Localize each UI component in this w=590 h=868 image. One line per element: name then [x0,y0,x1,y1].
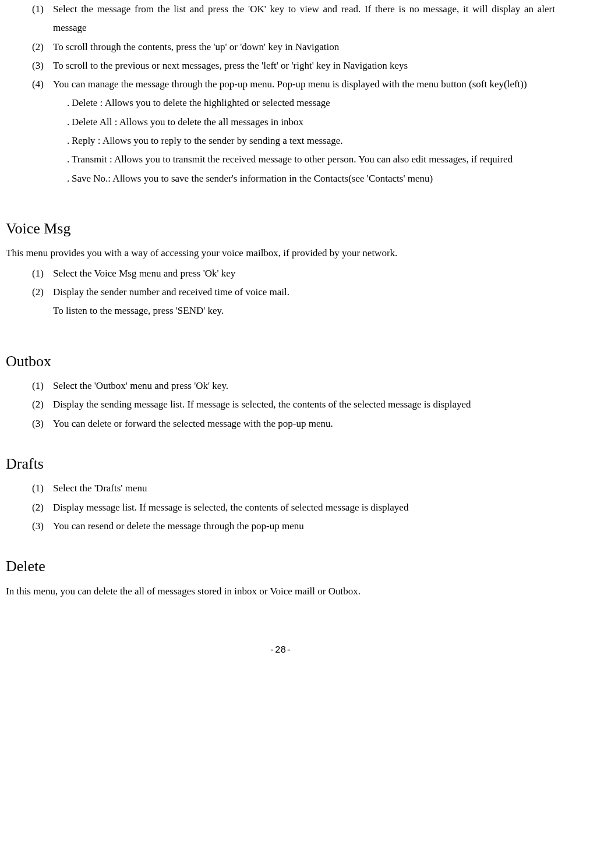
item-number: (4) [32,75,53,94]
sub-list-item: . Delete All : Allows you to delete the … [67,113,555,132]
delete-heading: Delete [6,552,555,580]
bullet-dot: . [67,169,72,188]
list-item: (1) Select the message from the list and… [32,0,555,38]
list-item: (3) You can resend or delete the message… [32,517,555,536]
item-text: You can manage the message through the p… [53,75,555,94]
delete-intro: In this menu, you can delete the all of … [6,582,555,601]
list-item: (2) Display message list. If message is … [32,498,555,517]
list-item: (2) To scroll through the contents, pres… [32,38,555,56]
item-number: (2) [32,498,53,517]
item-number: (2) [32,395,53,414]
sub-item-text: Delete : Allows you to delete the highli… [72,94,555,112]
item-text: To scroll to the previous or next messag… [53,56,555,75]
item-text: Display the sending message list. If mes… [53,395,555,414]
list-item: (2) Display the sending message list. If… [32,395,555,414]
sub-list-item: . Transmit : Allows you to transmit the … [67,150,555,169]
item-text: Select the message from the list and pre… [53,0,555,38]
sub-list-item: . Reply : Allows you to reply to the sen… [67,132,555,150]
list-item: (4) You can manage the message through t… [32,75,555,94]
sub-item-text: Save No.: Allows you to save the sender'… [72,169,555,188]
sub-list-item: . Delete : Allows you to delete the high… [67,94,555,112]
drafts-heading: Drafts [6,449,555,478]
list-item: (3) To scroll to the previous or next me… [32,56,555,75]
item-number: (1) [32,264,53,283]
item-text: Display the sender number and received t… [53,283,555,302]
bullet-dot: . [67,132,72,150]
item-text: To scroll through the contents, press th… [53,38,555,56]
item-text: Display message list. If message is sele… [53,498,555,517]
item-number: (1) [32,479,53,498]
bullet-dot: . [67,150,72,169]
outbox-heading: Outbox [6,347,555,375]
sub-list-item: . Save No.: Allows you to save the sende… [67,169,555,188]
item-number: (2) [32,283,53,302]
item-number: (3) [32,414,53,433]
voice-msg-intro: This menu provides you with a way of acc… [6,244,555,263]
item-number: (1) [32,377,53,395]
item-text: You can resend or delete the message thr… [53,517,555,536]
bullet-dot: . [67,113,72,132]
sub-item-text: Reply : Allows you to reply to the sende… [72,132,555,150]
list-item: (1) Select the Voice Msg menu and press … [32,264,555,283]
voice-msg-extra: To listen to the message, press 'SEND' k… [53,302,555,320]
list-item: (1) Select the 'Outbox' menu and press '… [32,377,555,395]
page-number: -28- [6,642,555,659]
item-number: (1) [32,0,53,38]
item-text: You can delete or forward the selected m… [53,414,555,433]
voice-msg-heading: Voice Msg [6,214,555,243]
sub-item-text: Delete All : Allows you to delete the al… [72,113,555,132]
item-text: Select the Voice Msg menu and press 'Ok'… [53,264,555,283]
list-item: (2) Display the sender number and receiv… [32,283,555,302]
item-text: Select the 'Drafts' menu [53,479,555,498]
bullet-dot: . [67,94,72,112]
item-text: Select the 'Outbox' menu and press 'Ok' … [53,377,555,395]
item-number: (3) [32,517,53,536]
list-item: (3) You can delete or forward the select… [32,414,555,433]
item-number: (2) [32,38,53,56]
item-number: (3) [32,56,53,75]
list-item: (1) Select the 'Drafts' menu [32,479,555,498]
sub-item-text: Transmit : Allows you to transmit the re… [72,150,555,169]
